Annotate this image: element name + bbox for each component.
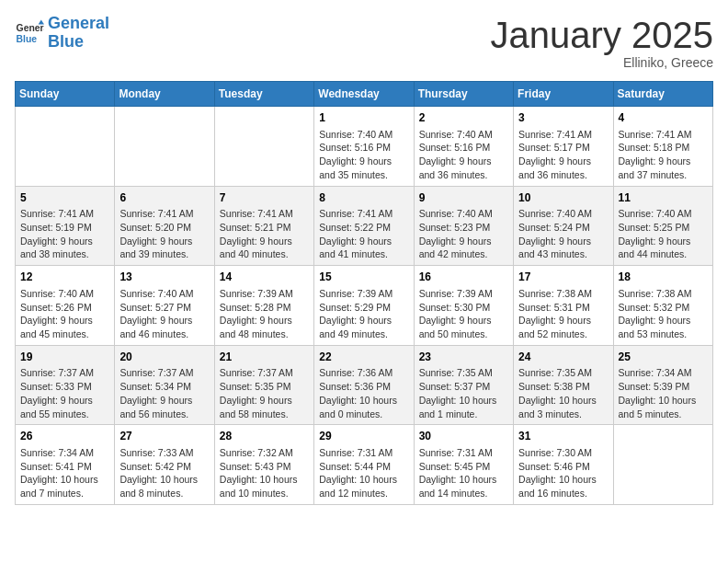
day-info: Sunrise: 7:39 AM Sunset: 5:29 PM Dayligh… [319,287,408,341]
day-number: 14 [220,270,309,285]
day-info: Sunrise: 7:34 AM Sunset: 5:41 PM Dayligh… [20,446,109,500]
day-info: Sunrise: 7:35 AM Sunset: 5:38 PM Dayligh… [518,366,608,420]
calendar-cell: 5Sunrise: 7:41 AM Sunset: 5:19 PM Daylig… [16,186,115,266]
day-number: 19 [20,350,109,365]
day-info: Sunrise: 7:31 AM Sunset: 5:44 PM Dayligh… [319,446,408,500]
day-info: Sunrise: 7:38 AM Sunset: 5:31 PM Dayligh… [518,287,608,341]
day-number: 23 [419,350,508,365]
calendar-cell: 10Sunrise: 7:40 AM Sunset: 5:24 PM Dayli… [514,186,613,266]
calendar-cell [16,107,115,187]
calendar-week-1: 1Sunrise: 7:40 AM Sunset: 5:16 PM Daylig… [16,107,713,187]
day-number: 2 [419,110,508,126]
day-info: Sunrise: 7:39 AM Sunset: 5:28 PM Dayligh… [220,287,309,341]
day-info: Sunrise: 7:41 AM Sunset: 5:21 PM Dayligh… [220,207,309,261]
day-info: Sunrise: 7:33 AM Sunset: 5:42 PM Dayligh… [119,446,209,500]
weekday-friday: Friday [514,82,613,107]
calendar-week-5: 26Sunrise: 7:34 AM Sunset: 5:41 PM Dayli… [16,425,713,505]
day-info: Sunrise: 7:30 AM Sunset: 5:46 PM Dayligh… [518,446,608,500]
logo-icon: General Blue [15,18,44,48]
weekday-sunday: Sunday [16,82,115,107]
calendar-cell: 3Sunrise: 7:41 AM Sunset: 5:17 PM Daylig… [514,107,613,187]
day-number: 21 [220,350,309,365]
calendar-cell: 1Sunrise: 7:40 AM Sunset: 5:16 PM Daylig… [314,107,414,187]
svg-text:Blue: Blue [17,33,38,43]
svg-marker-2 [39,19,44,24]
logo: General Blue GeneralBlue [15,15,109,52]
day-number: 20 [119,350,209,365]
calendar-cell: 20Sunrise: 7:37 AM Sunset: 5:34 PM Dayli… [115,345,214,425]
calendar-cell: 21Sunrise: 7:37 AM Sunset: 5:35 PM Dayli… [214,345,313,425]
calendar-cell: 15Sunrise: 7:39 AM Sunset: 5:29 PM Dayli… [314,266,414,346]
day-info: Sunrise: 7:37 AM Sunset: 5:34 PM Dayligh… [119,366,209,420]
day-number: 10 [518,190,608,206]
calendar-week-3: 12Sunrise: 7:40 AM Sunset: 5:26 PM Dayli… [16,266,713,346]
calendar-cell [214,107,313,187]
calendar-cell: 13Sunrise: 7:40 AM Sunset: 5:27 PM Dayli… [115,266,214,346]
calendar-cell: 16Sunrise: 7:39 AM Sunset: 5:30 PM Dayli… [414,266,513,346]
day-number: 18 [619,270,708,285]
calendar-cell: 11Sunrise: 7:40 AM Sunset: 5:25 PM Dayli… [613,186,712,266]
day-info: Sunrise: 7:40 AM Sunset: 5:16 PM Dayligh… [419,128,508,182]
page-header: General Blue GeneralBlue January 2025 El… [15,15,713,70]
calendar-cell: 8Sunrise: 7:41 AM Sunset: 5:22 PM Daylig… [314,186,414,266]
weekday-monday: Monday [115,82,214,107]
weekday-saturday: Saturday [613,82,712,107]
day-number: 28 [220,429,309,444]
day-number: 13 [119,270,209,285]
calendar-cell: 19Sunrise: 7:37 AM Sunset: 5:33 PM Dayli… [16,345,115,425]
day-info: Sunrise: 7:40 AM Sunset: 5:25 PM Dayligh… [619,207,708,261]
calendar-cell: 7Sunrise: 7:41 AM Sunset: 5:21 PM Daylig… [214,186,313,266]
day-number: 6 [119,190,209,206]
calendar-cell: 12Sunrise: 7:40 AM Sunset: 5:26 PM Dayli… [16,266,115,346]
calendar-cell: 27Sunrise: 7:33 AM Sunset: 5:42 PM Dayli… [115,425,214,505]
day-number: 30 [419,429,508,444]
day-number: 9 [419,190,508,206]
calendar-cell: 2Sunrise: 7:40 AM Sunset: 5:16 PM Daylig… [414,107,513,187]
day-info: Sunrise: 7:40 AM Sunset: 5:24 PM Dayligh… [518,207,608,261]
day-number: 25 [619,350,708,365]
day-info: Sunrise: 7:31 AM Sunset: 5:45 PM Dayligh… [419,446,508,500]
calendar-week-4: 19Sunrise: 7:37 AM Sunset: 5:33 PM Dayli… [16,345,713,425]
month-title: January 2025 [491,15,713,55]
calendar-cell: 25Sunrise: 7:34 AM Sunset: 5:39 PM Dayli… [613,345,712,425]
weekday-header-row: SundayMondayTuesdayWednesdayThursdayFrid… [16,82,713,107]
day-info: Sunrise: 7:35 AM Sunset: 5:37 PM Dayligh… [419,366,508,420]
day-info: Sunrise: 7:41 AM Sunset: 5:18 PM Dayligh… [619,128,708,182]
day-info: Sunrise: 7:40 AM Sunset: 5:23 PM Dayligh… [419,207,508,261]
day-info: Sunrise: 7:40 AM Sunset: 5:27 PM Dayligh… [119,287,209,341]
calendar-cell: 28Sunrise: 7:32 AM Sunset: 5:43 PM Dayli… [214,425,313,505]
svg-text:General: General [17,23,44,33]
calendar-cell: 23Sunrise: 7:35 AM Sunset: 5:37 PM Dayli… [414,345,513,425]
day-number: 3 [518,110,608,126]
day-number: 17 [518,270,608,285]
day-number: 27 [119,429,209,444]
day-info: Sunrise: 7:41 AM Sunset: 5:20 PM Dayligh… [119,207,209,261]
calendar-cell: 17Sunrise: 7:38 AM Sunset: 5:31 PM Dayli… [514,266,613,346]
day-info: Sunrise: 7:40 AM Sunset: 5:26 PM Dayligh… [20,287,109,341]
day-info: Sunrise: 7:39 AM Sunset: 5:30 PM Dayligh… [419,287,508,341]
day-number: 15 [319,270,408,285]
calendar-cell: 24Sunrise: 7:35 AM Sunset: 5:38 PM Dayli… [514,345,613,425]
location: Elliniko, Greece [491,55,713,70]
calendar-table: SundayMondayTuesdayWednesdayThursdayFrid… [15,81,713,505]
day-number: 5 [20,190,109,206]
calendar-cell: 29Sunrise: 7:31 AM Sunset: 5:44 PM Dayli… [314,425,414,505]
day-info: Sunrise: 7:32 AM Sunset: 5:43 PM Dayligh… [220,446,309,500]
day-info: Sunrise: 7:41 AM Sunset: 5:22 PM Dayligh… [319,207,408,261]
day-number: 12 [20,270,109,285]
day-info: Sunrise: 7:40 AM Sunset: 5:16 PM Dayligh… [319,128,408,182]
day-number: 4 [619,110,708,126]
calendar-cell: 18Sunrise: 7:38 AM Sunset: 5:32 PM Dayli… [613,266,712,346]
calendar-cell [613,425,712,505]
calendar-cell: 30Sunrise: 7:31 AM Sunset: 5:45 PM Dayli… [414,425,513,505]
title-block: January 2025 Elliniko, Greece [491,15,713,70]
day-info: Sunrise: 7:41 AM Sunset: 5:19 PM Dayligh… [20,207,109,261]
day-number: 7 [220,190,309,206]
day-info: Sunrise: 7:37 AM Sunset: 5:35 PM Dayligh… [220,366,309,420]
day-number: 16 [419,270,508,285]
weekday-wednesday: Wednesday [314,82,414,107]
calendar-cell: 22Sunrise: 7:36 AM Sunset: 5:36 PM Dayli… [314,345,414,425]
day-number: 31 [518,429,608,444]
day-number: 24 [518,350,608,365]
calendar-cell: 6Sunrise: 7:41 AM Sunset: 5:20 PM Daylig… [115,186,214,266]
